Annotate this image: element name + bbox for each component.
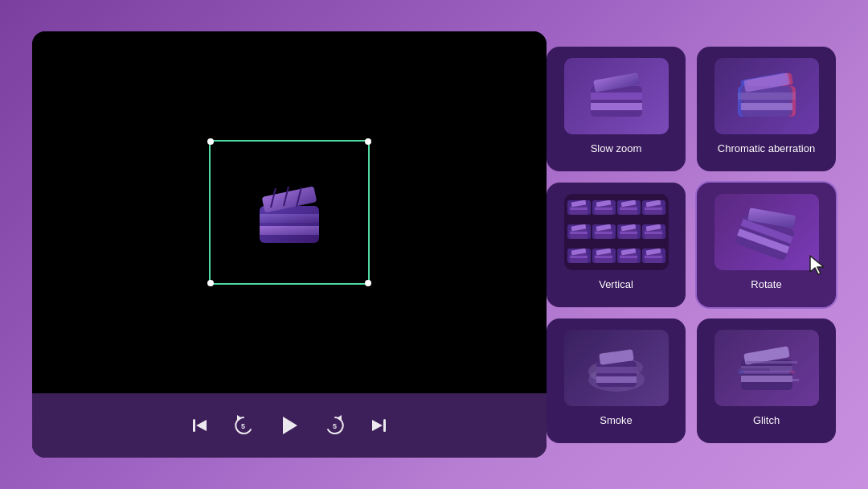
effect-label-slow-zoom: Slow zoom	[591, 142, 642, 156]
selection-box	[209, 140, 370, 285]
svg-rect-40	[645, 208, 662, 210]
effect-thumb-smoke	[564, 330, 669, 406]
svg-marker-12	[337, 415, 342, 421]
video-controls: 5 5	[32, 393, 547, 458]
svg-rect-46	[595, 232, 612, 234]
svg-rect-17	[591, 92, 642, 100]
skip-back-icon	[191, 417, 209, 434]
svg-rect-31	[570, 208, 588, 210]
play-button[interactable]	[278, 414, 301, 437]
svg-marker-15	[372, 420, 383, 431]
skip-back-button[interactable]	[191, 417, 209, 434]
mini-clapper-3	[617, 200, 641, 215]
effect-label-glitch: Glitch	[753, 414, 780, 428]
effect-thumb-glitch	[714, 330, 819, 406]
svg-marker-11	[283, 417, 297, 434]
svg-rect-1	[260, 214, 319, 223]
effect-thumb-vertical	[564, 194, 669, 270]
mini-clapper-9	[567, 249, 591, 263]
rewind-5-icon: 5	[231, 413, 256, 438]
handle-top-left[interactable]	[207, 138, 214, 145]
skip-forward-icon	[370, 417, 387, 434]
svg-rect-74	[596, 361, 637, 387]
svg-rect-28	[741, 103, 792, 110]
svg-rect-43	[570, 232, 588, 234]
svg-rect-84	[747, 379, 799, 381]
svg-marker-8	[196, 420, 207, 431]
svg-text:5: 5	[241, 422, 245, 430]
svg-rect-64	[645, 256, 662, 258]
effect-card-rotate[interactable]: Rotate	[697, 183, 836, 307]
svg-rect-14	[383, 419, 386, 432]
mini-clapper-1	[567, 200, 591, 215]
svg-rect-61	[620, 256, 637, 258]
svg-rect-2	[260, 226, 319, 235]
rewind-5-button[interactable]: 5	[231, 413, 256, 438]
mini-clapper-4	[642, 200, 665, 215]
effect-card-smoke[interactable]: Smoke	[547, 318, 686, 443]
video-canvas	[32, 31, 547, 393]
skip-forward-button[interactable]	[370, 417, 387, 434]
effect-label-smoke: Smoke	[600, 414, 632, 428]
svg-text:5: 5	[333, 422, 337, 430]
cursor-icon	[807, 254, 829, 277]
play-icon	[278, 414, 301, 437]
effects-panel: Slow zoom	[547, 39, 836, 451]
effect-card-glitch[interactable]: Glitch	[697, 318, 836, 443]
mini-clapper-7	[617, 224, 641, 239]
effect-card-slow-zoom[interactable]: Slow zoom	[547, 47, 686, 171]
mini-clapper-8	[642, 224, 665, 239]
svg-marker-9	[237, 415, 242, 421]
svg-rect-52	[645, 232, 662, 234]
effect-label-rotate: Rotate	[751, 278, 781, 292]
svg-rect-82	[746, 361, 797, 364]
svg-rect-86	[739, 371, 790, 374]
svg-rect-49	[620, 232, 637, 234]
mini-clapper-11	[617, 249, 641, 263]
mini-clapper-6	[592, 224, 616, 239]
effect-label-chromatic: Chromatic aberration	[718, 142, 815, 156]
handle-bottom-left[interactable]	[207, 280, 214, 286]
svg-rect-34	[595, 208, 612, 210]
svg-rect-27	[741, 92, 792, 100]
mini-clapper-5	[567, 224, 591, 239]
svg-rect-37	[620, 208, 637, 210]
svg-rect-55	[570, 256, 588, 258]
svg-rect-76	[596, 376, 637, 383]
effect-thumb-slow-zoom	[564, 58, 669, 134]
forward-5-button[interactable]: 5	[323, 413, 347, 438]
handle-bottom-right[interactable]	[365, 280, 371, 286]
mini-clapper-10	[592, 249, 616, 263]
effect-label-vertical: Vertical	[599, 278, 633, 292]
svg-rect-7	[193, 419, 195, 432]
svg-rect-18	[591, 103, 642, 110]
mini-clapper-2	[592, 200, 616, 215]
effect-card-vertical[interactable]: Vertical	[547, 183, 686, 307]
handle-top-right[interactable]	[365, 138, 371, 145]
clapper-icon	[253, 180, 326, 244]
svg-marker-70	[810, 256, 824, 274]
video-player: 5 5	[32, 31, 547, 458]
effect-thumb-rotate	[714, 194, 819, 270]
svg-rect-75	[596, 367, 637, 373]
svg-rect-58	[595, 256, 612, 258]
forward-5-icon: 5	[323, 413, 347, 438]
mini-clapper-12	[642, 249, 665, 263]
effect-thumb-chromatic	[714, 58, 819, 134]
effect-card-chromatic[interactable]: Chromatic aberration	[697, 47, 836, 171]
